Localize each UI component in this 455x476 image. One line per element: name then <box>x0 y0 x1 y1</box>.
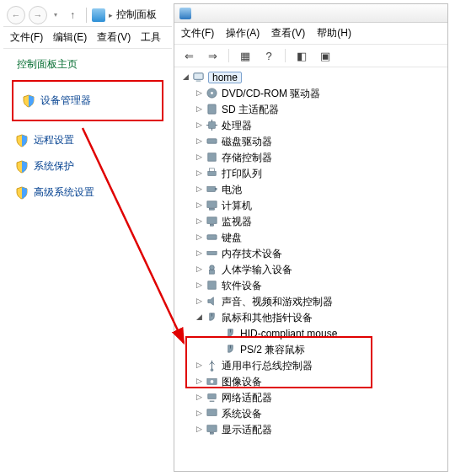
tree-item-usb[interactable]: ▷ 通用串行总线控制器 <box>174 357 447 373</box>
expand-open-icon[interactable]: ◢ <box>193 312 205 324</box>
shield-icon <box>15 134 29 147</box>
svg-rect-10 <box>206 187 214 192</box>
expand-closed-icon[interactable]: ▷ <box>193 232 205 243</box>
usb-icon <box>205 359 218 372</box>
toolbar-forward-icon[interactable]: ⇒ <box>205 48 220 63</box>
tree-spacer: ▷ <box>211 344 223 356</box>
shield-icon <box>15 160 29 174</box>
expand-closed-icon[interactable]: ▷ <box>193 360 205 372</box>
tree-item-display[interactable]: ▷ 显示适配器 <box>174 421 447 437</box>
cp-item-system-protect[interactable]: 系统保护 <box>12 156 163 177</box>
tree-item-system[interactable]: ▷ 系统设备 <box>174 405 447 421</box>
expand-closed-icon[interactable]: ▷ <box>193 296 205 308</box>
expand-open-icon[interactable]: ◢ <box>179 72 191 83</box>
camera-icon <box>205 375 218 388</box>
expand-closed-icon[interactable]: ▷ <box>193 168 205 179</box>
menu-action[interactable]: 操作(A) <box>226 26 260 40</box>
cp-item-device-manager[interactable]: 设备管理器 <box>19 90 157 111</box>
tree-item-software[interactable]: ▷ 软件设备 <box>174 277 447 293</box>
tree-label: 系统设备 <box>222 409 262 419</box>
hid-icon <box>205 263 218 276</box>
expand-closed-icon[interactable]: ▷ <box>193 376 205 388</box>
expand-closed-icon[interactable]: ▷ <box>193 424 205 436</box>
up-button[interactable]: ↑ <box>64 7 81 24</box>
menu-view[interactable]: 查看(V) <box>97 30 131 45</box>
expand-closed-icon[interactable]: ▷ <box>193 120 205 131</box>
cpu-icon <box>205 119 218 132</box>
tree-item-keyboard[interactable]: ▷ 键盘 <box>174 229 447 245</box>
svg-rect-5 <box>208 122 215 129</box>
tree-item-dvd[interactable]: ▷ DVD/CD-ROM 驱动器 <box>174 85 447 101</box>
menu-tools[interactable]: 工具 <box>141 30 161 45</box>
tree-item-sound[interactable]: ▷ 声音、视频和游戏控制器 <box>174 293 447 309</box>
tree-label: HID-compliant mouse <box>240 329 337 339</box>
address-text[interactable]: 控制面板 <box>116 8 157 22</box>
expand-closed-icon[interactable]: ▷ <box>193 152 205 163</box>
tree-label: 通用串行总线控制器 <box>222 361 313 371</box>
expand-closed-icon[interactable]: ▷ <box>193 248 205 259</box>
toolbar-scan-icon[interactable]: ◧ <box>294 48 309 63</box>
back-button[interactable]: ← <box>7 6 25 24</box>
tree-item-print[interactable]: ▷ 打印队列 <box>174 165 447 181</box>
device-manager-window: 文件(F) 操作(A) 查看(V) 帮助(H) ⇐ ⇒ ▦ ? ◧ ▣ ◢ ho… <box>174 3 448 472</box>
mouse-icon <box>205 311 218 324</box>
expand-closed-icon[interactable]: ▷ <box>193 200 205 211</box>
cp-item-advanced-system[interactable]: 高级系统设置 <box>12 182 163 203</box>
expand-closed-icon[interactable]: ▷ <box>193 104 205 115</box>
toolbar-back-icon[interactable]: ⇐ <box>181 48 196 63</box>
computer-icon <box>205 199 218 212</box>
nav-history-dropdown[interactable]: ▾ <box>51 6 61 24</box>
tree-item-battery[interactable]: ▷ 电池 <box>174 181 447 197</box>
menu-help[interactable]: 帮助(H) <box>317 26 351 40</box>
toolbar-view-icon[interactable]: ▦ <box>238 48 253 63</box>
disc-icon <box>205 87 218 100</box>
toolbar-properties-icon[interactable]: ▣ <box>318 48 333 63</box>
tree-label: 处理器 <box>222 120 252 131</box>
cp-item-label: 远程设置 <box>34 133 74 147</box>
menu-file[interactable]: 文件(F) <box>10 30 43 45</box>
toolbar-help-icon[interactable]: ? <box>261 48 276 63</box>
tree-item-monitor[interactable]: ▷ 监视器 <box>174 213 447 229</box>
forward-button[interactable]: → <box>29 6 47 24</box>
tree-item-computer[interactable]: ▷ 计算机 <box>174 197 447 213</box>
tree-item-hid-mouse[interactable]: ▷ HID-compliant mouse <box>174 325 447 341</box>
keyboard-icon <box>205 231 218 244</box>
software-icon <box>205 279 218 292</box>
tree-item-hid[interactable]: ▷ 人体学输入设备 <box>174 261 447 277</box>
tree-item-cpu[interactable]: ▷ 处理器 <box>174 117 447 133</box>
tree-label: 显示适配器 <box>222 425 272 435</box>
speaker-icon <box>205 295 218 308</box>
svg-rect-15 <box>210 224 213 226</box>
svg-rect-13 <box>209 208 214 210</box>
svg-rect-14 <box>206 217 216 224</box>
menu-view[interactable]: 查看(V) <box>271 26 305 40</box>
tree-item-mouse[interactable]: ◢ 鼠标和其他指针设备 <box>174 309 447 325</box>
svg-rect-26 <box>206 425 216 432</box>
tree-item-image[interactable]: ▷ 图像设备 <box>174 373 447 389</box>
tree-item-disk[interactable]: ▷ 磁盘驱动器 <box>174 133 447 149</box>
tree-root-home[interactable]: ◢ home <box>174 69 447 85</box>
svg-rect-7 <box>207 153 215 161</box>
menu-edit[interactable]: 编辑(E) <box>53 30 87 45</box>
tree-item-ps2-mouse[interactable]: ▷ PS/2 兼容鼠标 <box>174 341 447 357</box>
tree-item-network[interactable]: ▷ 网络适配器 <box>174 389 447 405</box>
expand-closed-icon[interactable]: ▷ <box>193 264 205 275</box>
expand-closed-icon[interactable]: ▷ <box>193 280 205 291</box>
divider <box>285 49 286 62</box>
printer-icon <box>205 167 218 180</box>
highlight-device-manager: 设备管理器 <box>12 80 163 121</box>
expand-closed-icon[interactable]: ▷ <box>193 408 205 420</box>
tree-item-storage[interactable]: ▷ 存储控制器 <box>174 149 447 165</box>
tree-item-sd[interactable]: ▷ SD 主适配器 <box>174 101 447 117</box>
menu-file[interactable]: 文件(F) <box>181 26 214 40</box>
expand-closed-icon[interactable]: ▷ <box>193 136 205 147</box>
expand-closed-icon[interactable]: ▷ <box>193 392 205 404</box>
device-tree: ◢ home ▷ DVD/CD-ROM 驱动器 ▷ SD 主适配器 ▷ 处理器 … <box>174 67 447 471</box>
cp-item-remote-settings[interactable]: 远程设置 <box>12 130 163 151</box>
expand-closed-icon[interactable]: ▷ <box>193 216 205 227</box>
tree-item-memtech[interactable]: ▷ 内存技术设备 <box>174 245 447 261</box>
expand-closed-icon[interactable]: ▷ <box>193 184 205 195</box>
cp-body: 控制面板主页 设备管理器 远程设置 系统保护 <box>3 49 172 217</box>
expand-closed-icon[interactable]: ▷ <box>193 88 205 99</box>
tree-spacer: ▷ <box>211 328 223 340</box>
